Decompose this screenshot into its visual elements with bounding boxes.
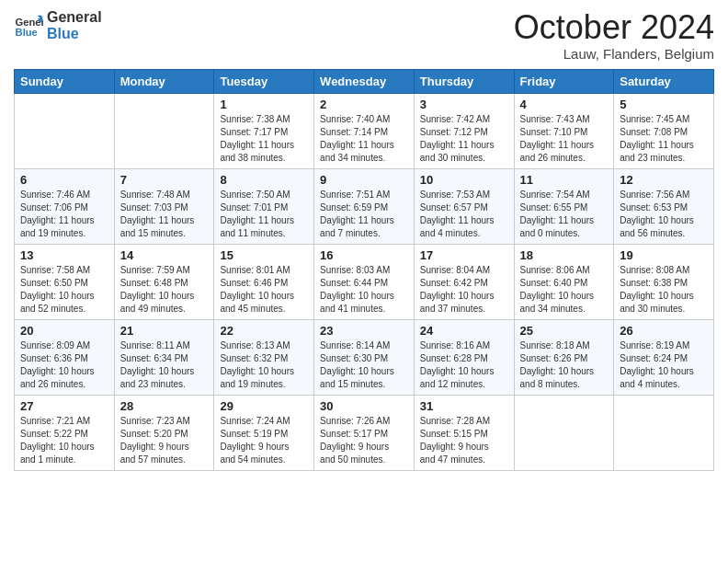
title-block: October 2024 Lauw, Flanders, Belgium — [514, 9, 714, 62]
calendar-cell: 24Sunrise: 8:16 AM Sunset: 6:28 PM Dayli… — [414, 319, 514, 395]
day-info: Sunrise: 8:19 AM Sunset: 6:24 PM Dayligh… — [620, 339, 708, 391]
day-number: 20 — [20, 324, 108, 338]
day-info: Sunrise: 8:08 AM Sunset: 6:38 PM Dayligh… — [620, 264, 708, 316]
calendar-cell: 13Sunrise: 7:58 AM Sunset: 6:50 PM Dayli… — [15, 244, 115, 319]
header: General Blue General Blue October 2024 L… — [14, 9, 714, 62]
day-number: 1 — [220, 98, 308, 111]
day-info: Sunrise: 7:46 AM Sunset: 7:06 PM Dayligh… — [20, 189, 108, 240]
day-number: 2 — [320, 98, 408, 111]
day-number: 4 — [520, 98, 609, 111]
day-number: 3 — [420, 98, 508, 111]
day-number: 14 — [120, 248, 209, 262]
day-number: 5 — [620, 98, 708, 111]
calendar-table: SundayMondayTuesdayWednesdayThursdayFrid… — [14, 69, 714, 471]
day-info: Sunrise: 7:54 AM Sunset: 6:55 PM Dayligh… — [520, 189, 609, 240]
day-number: 21 — [120, 324, 209, 338]
day-number: 10 — [420, 173, 508, 187]
calendar-cell: 5Sunrise: 7:45 AM Sunset: 7:08 PM Daylig… — [614, 93, 714, 168]
calendar-cell: 1Sunrise: 7:38 AM Sunset: 7:17 PM Daylig… — [214, 93, 314, 168]
day-info: Sunrise: 7:56 AM Sunset: 6:53 PM Dayligh… — [620, 189, 708, 240]
calendar-cell: 22Sunrise: 8:13 AM Sunset: 6:32 PM Dayli… — [214, 319, 314, 395]
day-number: 30 — [320, 399, 408, 413]
calendar-cell: 17Sunrise: 8:04 AM Sunset: 6:42 PM Dayli… — [414, 244, 514, 319]
day-number: 19 — [620, 248, 708, 262]
weekday-header-row: SundayMondayTuesdayWednesdayThursdayFrid… — [15, 69, 714, 93]
calendar-cell: 6Sunrise: 7:46 AM Sunset: 7:06 PM Daylig… — [15, 168, 115, 244]
logo-general: General — [47, 9, 102, 26]
calendar-cell: 3Sunrise: 7:42 AM Sunset: 7:12 PM Daylig… — [414, 93, 514, 168]
calendar-cell: 20Sunrise: 8:09 AM Sunset: 6:36 PM Dayli… — [15, 319, 115, 395]
calendar-cell: 12Sunrise: 7:56 AM Sunset: 6:53 PM Dayli… — [614, 168, 714, 244]
weekday-header-thursday: Thursday — [414, 69, 514, 93]
day-info: Sunrise: 7:51 AM Sunset: 6:59 PM Dayligh… — [320, 189, 408, 240]
day-info: Sunrise: 7:42 AM Sunset: 7:12 PM Dayligh… — [420, 113, 508, 165]
calendar-cell: 30Sunrise: 7:26 AM Sunset: 5:17 PM Dayli… — [314, 395, 415, 470]
day-number: 26 — [620, 324, 708, 338]
day-number: 15 — [220, 248, 308, 262]
day-number: 18 — [520, 248, 609, 262]
calendar-cell: 21Sunrise: 8:11 AM Sunset: 6:34 PM Dayli… — [114, 319, 214, 395]
day-info: Sunrise: 7:50 AM Sunset: 7:01 PM Dayligh… — [220, 189, 308, 240]
day-number: 31 — [420, 399, 508, 413]
calendar-cell: 28Sunrise: 7:23 AM Sunset: 5:20 PM Dayli… — [114, 395, 214, 470]
day-info: Sunrise: 7:43 AM Sunset: 7:10 PM Dayligh… — [520, 113, 609, 165]
calendar-cell — [614, 395, 714, 470]
day-info: Sunrise: 8:03 AM Sunset: 6:44 PM Dayligh… — [320, 264, 408, 316]
day-number: 29 — [220, 399, 308, 413]
day-info: Sunrise: 8:18 AM Sunset: 6:26 PM Dayligh… — [520, 339, 609, 391]
day-info: Sunrise: 8:13 AM Sunset: 6:32 PM Dayligh… — [220, 339, 308, 391]
day-info: Sunrise: 8:16 AM Sunset: 6:28 PM Dayligh… — [420, 339, 508, 391]
calendar-cell: 2Sunrise: 7:40 AM Sunset: 7:14 PM Daylig… — [314, 93, 415, 168]
calendar-cell — [15, 93, 115, 168]
week-row-4: 20Sunrise: 8:09 AM Sunset: 6:36 PM Dayli… — [15, 319, 714, 395]
day-number: 9 — [320, 173, 408, 187]
day-number: 6 — [20, 173, 108, 187]
calendar-cell: 29Sunrise: 7:24 AM Sunset: 5:19 PM Dayli… — [214, 395, 314, 470]
day-info: Sunrise: 7:59 AM Sunset: 6:48 PM Dayligh… — [120, 264, 209, 316]
week-row-3: 13Sunrise: 7:58 AM Sunset: 6:50 PM Dayli… — [15, 244, 714, 319]
calendar-cell: 25Sunrise: 8:18 AM Sunset: 6:26 PM Dayli… — [514, 319, 614, 395]
calendar-cell: 8Sunrise: 7:50 AM Sunset: 7:01 PM Daylig… — [214, 168, 314, 244]
day-number: 22 — [220, 324, 308, 338]
svg-text:Blue: Blue — [16, 27, 38, 38]
calendar-cell: 19Sunrise: 8:08 AM Sunset: 6:38 PM Dayli… — [614, 244, 714, 319]
calendar-cell — [114, 93, 214, 168]
day-number: 11 — [520, 173, 609, 187]
day-info: Sunrise: 7:26 AM Sunset: 5:17 PM Dayligh… — [320, 415, 408, 466]
day-number: 7 — [120, 173, 209, 187]
weekday-header-tuesday: Tuesday — [214, 69, 314, 93]
calendar-cell: 7Sunrise: 7:48 AM Sunset: 7:03 PM Daylig… — [114, 168, 214, 244]
week-row-1: 1Sunrise: 7:38 AM Sunset: 7:17 PM Daylig… — [15, 93, 714, 168]
day-number: 23 — [320, 324, 408, 338]
day-number: 13 — [20, 248, 108, 262]
day-number: 17 — [420, 248, 508, 262]
calendar-cell: 9Sunrise: 7:51 AM Sunset: 6:59 PM Daylig… — [314, 168, 415, 244]
day-number: 24 — [420, 324, 508, 338]
weekday-header-sunday: Sunday — [15, 69, 115, 93]
calendar-cell — [514, 395, 614, 470]
week-row-5: 27Sunrise: 7:21 AM Sunset: 5:22 PM Dayli… — [15, 395, 714, 470]
day-info: Sunrise: 7:28 AM Sunset: 5:15 PM Dayligh… — [420, 415, 508, 466]
day-info: Sunrise: 7:21 AM Sunset: 5:22 PM Dayligh… — [20, 415, 108, 466]
calendar-page: General Blue General Blue October 2024 L… — [0, 0, 728, 563]
day-info: Sunrise: 7:40 AM Sunset: 7:14 PM Dayligh… — [320, 113, 408, 165]
calendar-cell: 27Sunrise: 7:21 AM Sunset: 5:22 PM Dayli… — [15, 395, 115, 470]
day-info: Sunrise: 8:04 AM Sunset: 6:42 PM Dayligh… — [420, 264, 508, 316]
day-info: Sunrise: 8:01 AM Sunset: 6:46 PM Dayligh… — [220, 264, 308, 316]
calendar-cell: 26Sunrise: 8:19 AM Sunset: 6:24 PM Dayli… — [614, 319, 714, 395]
day-info: Sunrise: 7:23 AM Sunset: 5:20 PM Dayligh… — [120, 415, 209, 466]
location-title: Lauw, Flanders, Belgium — [514, 46, 714, 62]
weekday-header-wednesday: Wednesday — [314, 69, 415, 93]
calendar-cell: 18Sunrise: 8:06 AM Sunset: 6:40 PM Dayli… — [514, 244, 614, 319]
day-info: Sunrise: 8:14 AM Sunset: 6:30 PM Dayligh… — [320, 339, 408, 391]
day-info: Sunrise: 7:24 AM Sunset: 5:19 PM Dayligh… — [220, 415, 308, 466]
weekday-header-saturday: Saturday — [614, 69, 714, 93]
day-info: Sunrise: 7:53 AM Sunset: 6:57 PM Dayligh… — [420, 189, 508, 240]
day-number: 12 — [620, 173, 708, 187]
calendar-cell: 23Sunrise: 8:14 AM Sunset: 6:30 PM Dayli… — [314, 319, 415, 395]
week-row-2: 6Sunrise: 7:46 AM Sunset: 7:06 PM Daylig… — [15, 168, 714, 244]
day-info: Sunrise: 7:48 AM Sunset: 7:03 PM Dayligh… — [120, 189, 209, 240]
svg-text:General: General — [16, 17, 43, 28]
day-number: 16 — [320, 248, 408, 262]
weekday-header-friday: Friday — [514, 69, 614, 93]
